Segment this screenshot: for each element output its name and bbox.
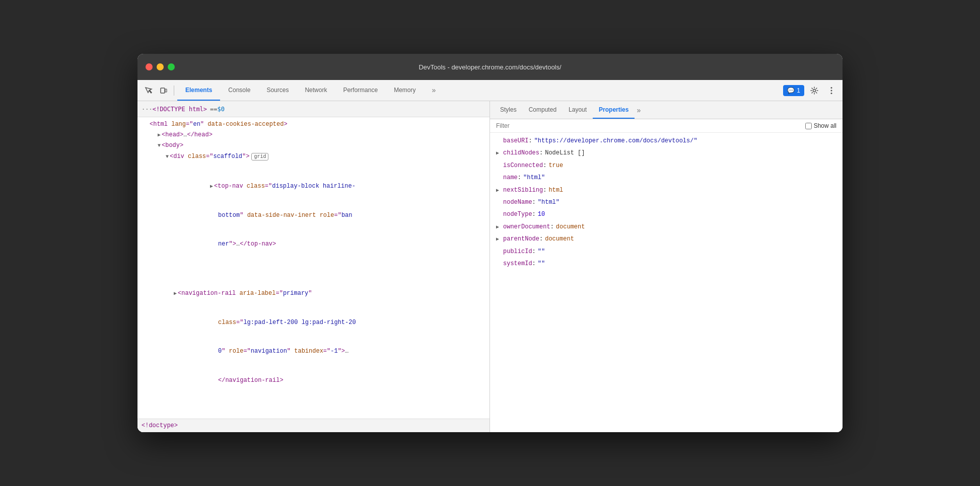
svg-rect-1	[165, 89, 167, 92]
tab-properties[interactable]: Properties	[593, 101, 635, 119]
traffic-lights	[146, 63, 175, 70]
tab-more[interactable]: »	[424, 80, 444, 101]
properties-panel: Styles Computed Layout Properties »	[490, 101, 843, 432]
tab-computed[interactable]: Computed	[523, 101, 563, 119]
notifications-button[interactable]: 💬 1	[783, 85, 804, 96]
grid-badge[interactable]: grid	[251, 153, 268, 160]
notification-count: 1	[797, 87, 800, 94]
svg-point-3	[831, 87, 832, 89]
svg-point-5	[831, 93, 832, 94]
prop-publicid[interactable]: publicId : ""	[490, 246, 843, 258]
tab-layout[interactable]: Layout	[563, 101, 593, 119]
close-button[interactable]	[146, 63, 153, 70]
prop-nodename[interactable]: nodeName : "html"	[490, 196, 843, 208]
svg-point-2	[813, 89, 816, 92]
filter-input[interactable]	[496, 122, 801, 129]
toolbar-divider	[174, 86, 174, 96]
tab-sources[interactable]: Sources	[258, 80, 297, 101]
window-title: DevTools - developer.chrome.com/docs/dev…	[418, 63, 561, 71]
minimize-button[interactable]	[157, 63, 164, 70]
dom-scaffold-node[interactable]: ▼<div class="scaffold">grid	[137, 151, 489, 162]
dom-topnav-node[interactable]: ▶<top-nav class="display-block hairline-…	[137, 162, 489, 269]
dom-sidenav-node[interactable]: ▶<side-nav type="project" view="projec t…	[137, 405, 489, 419]
dom-head-node[interactable]: ▶<head>…</head>	[137, 130, 489, 140]
dom-tree[interactable]: <html lang="en" data-cookies-accepted> ▶…	[137, 117, 489, 419]
main-content: ··· <!DOCTYPE html> == $0 <html lang="en…	[137, 101, 843, 432]
dom-footer: <!doctype>	[137, 419, 489, 432]
more-options-button[interactable]	[824, 84, 838, 98]
settings-button[interactable]	[807, 84, 821, 98]
dom-navrail-node[interactable]: ▶<navigation-rail aria-label="primary" c…	[137, 269, 489, 406]
show-all-control[interactable]: Show all	[805, 122, 836, 129]
dom-html-node[interactable]: <html lang="en" data-cookies-accepted>	[137, 119, 489, 130]
dom-body-node[interactable]: ▼<body>	[137, 140, 489, 151]
titlebar: DevTools - developer.chrome.com/docs/dev…	[137, 54, 843, 80]
prop-parentnode[interactable]: ▶ parentNode : document	[490, 233, 843, 245]
properties-list: baseURI : "https://developer.chrome.com/…	[490, 133, 843, 432]
main-toolbar: Elements Console Sources Network Perform…	[137, 80, 843, 101]
tab-styles[interactable]: Styles	[494, 101, 523, 119]
devtools-window: DevTools - developer.chrome.com/docs/dev…	[137, 54, 843, 432]
prop-ownerdocument[interactable]: ▶ ownerDocument : document	[490, 221, 843, 233]
inspect-icon[interactable]	[142, 84, 156, 98]
prop-nodetype[interactable]: nodeType : 10	[490, 208, 843, 220]
tab-elements[interactable]: Elements	[177, 80, 220, 101]
tab-network[interactable]: Network	[297, 80, 335, 101]
prop-childnodes[interactable]: ▶ childNodes : NodeList []	[490, 147, 843, 159]
dom-panel: ··· <!DOCTYPE html> == $0 <html lang="en…	[137, 101, 490, 432]
properties-tabs: Styles Computed Layout Properties »	[490, 101, 843, 119]
maximize-button[interactable]	[168, 63, 175, 70]
prop-systemid[interactable]: systemId : ""	[490, 258, 843, 270]
prop-baseuri[interactable]: baseURI : "https://developer.chrome.com/…	[490, 135, 843, 147]
show-all-checkbox[interactable]	[805, 123, 812, 129]
panel-tabs: Elements Console Sources Network Perform…	[177, 80, 444, 101]
device-toolbar-icon[interactable]	[157, 84, 171, 98]
tab-performance[interactable]: Performance	[335, 80, 386, 101]
svg-point-4	[831, 90, 832, 91]
devtools-container: Elements Console Sources Network Perform…	[137, 80, 843, 432]
chat-icon: 💬	[787, 87, 795, 94]
prop-name[interactable]: name : "html"	[490, 172, 843, 184]
prop-isconnected[interactable]: isConnected : true	[490, 159, 843, 172]
filter-bar: Show all	[490, 119, 843, 133]
props-more-tabs[interactable]: »	[635, 101, 643, 119]
dom-breadcrumb: ··· <!DOCTYPE html> == $0	[137, 101, 489, 117]
toolbar-right: 💬 1	[783, 84, 838, 98]
tab-console[interactable]: Console	[220, 80, 258, 101]
prop-nextsibling[interactable]: ▶ nextSibling : html	[490, 184, 843, 196]
show-all-label: Show all	[814, 122, 836, 129]
tab-memory[interactable]: Memory	[386, 80, 424, 101]
svg-rect-0	[161, 88, 165, 93]
